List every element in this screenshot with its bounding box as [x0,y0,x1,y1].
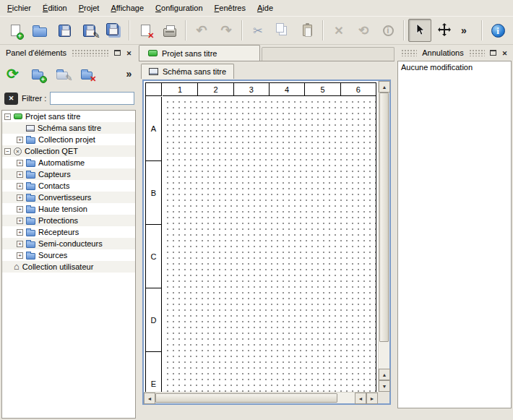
tree-item-projet-sans-titre[interactable]: Projet sans titre [2,111,135,122]
delete-element-button[interactable] [75,63,98,85]
element-info-button[interactable] [376,19,400,42]
undo-panel-titlebar[interactable]: Annulations [397,46,512,59]
elements-panel: Panel d'éléments Filtrer : [0,45,137,420]
horizontal-scrollbar[interactable] [144,392,378,403]
menu-aide[interactable]: Aide [251,1,279,15]
scroll-right-button[interactable] [366,393,378,404]
expander-icon[interactable] [17,206,23,213]
project-icon [14,113,22,119]
schema-tabbar: Schéma sans titre [141,63,393,79]
print-button[interactable] [158,19,181,42]
element-info-icon [383,25,394,36]
menu-edition[interactable]: Édition [37,1,73,15]
menu-configuration[interactable]: Configuration [150,1,208,15]
dot-grid[interactable] [163,97,376,392]
scroll-left-button[interactable] [355,393,366,404]
expander-icon[interactable] [4,148,11,155]
tree-item-contacts[interactable]: Contacts [2,180,135,192]
tree-item-collection-qet[interactable]: Collection QET [2,145,135,157]
column-headers: 1 2 3 4 5 6 [163,83,376,96]
cut-button[interactable] [246,19,270,42]
expander-icon[interactable] [17,229,23,236]
paste-button[interactable] [296,19,319,42]
about-qet-button[interactable] [486,19,509,42]
tree-item-label: Capteurs [38,170,71,179]
float-panel-button[interactable] [112,48,123,58]
expander-icon[interactable] [17,160,23,166]
scroll-up-button[interactable] [379,369,390,380]
scroll-up-button[interactable] [379,81,390,93]
tree-item-protections[interactable]: Protections [2,215,135,226]
tree-item-convertisseurs[interactable]: Convertisseurs [2,192,135,203]
tree-item-collection-projet[interactable]: Collection projet [2,134,135,145]
tree-item-schema-sans-titre[interactable]: Schéma sans titre [2,122,135,134]
rotate-button[interactable] [352,19,375,42]
select-mode-button[interactable] [408,19,431,42]
horizontal-scroll-thumb[interactable] [155,393,337,403]
expander-icon[interactable] [17,194,23,201]
delete-button[interactable] [327,19,350,42]
elements-panel-toolbar [1,61,136,87]
row-headers: A B C D E [146,97,162,392]
tree-item-label: Sources [38,251,67,260]
expander-icon[interactable] [17,171,23,178]
tree-item-sources[interactable]: Sources [2,249,135,261]
menu-fenetres[interactable]: Fenêtres [209,1,251,15]
new-file-button[interactable] [4,19,27,42]
tree-item-collection-utilisateur[interactable]: Collection utilisateur [2,261,135,273]
diagram-canvas[interactable]: 1 2 3 4 5 6 A B C D E [144,81,378,392]
expander-icon[interactable] [17,241,23,247]
close-panel-button[interactable] [124,48,134,58]
save-as-button[interactable] [77,19,100,42]
copy-button[interactable] [271,19,294,42]
tree-item-haute-tension[interactable]: Haute tension [2,203,135,215]
close-panel-button[interactable] [499,48,510,58]
tree-item-semi-conducteurs[interactable]: Semi-conducteurs [2,238,135,249]
toolbar-separator [241,20,243,40]
edit-element-button[interactable] [51,63,73,85]
expander-icon[interactable] [17,252,23,259]
save-icon [59,25,71,37]
float-panel-button[interactable] [488,48,499,58]
tree-item-capteurs[interactable]: Capteurs [2,168,135,180]
save-button[interactable] [53,19,76,42]
toolbar-overflow-button[interactable] [457,19,470,42]
menu-fichier[interactable]: Fichier [1,1,37,15]
filter-input[interactable] [50,92,134,105]
expander-icon[interactable] [4,113,11,120]
new-element-button[interactable] [26,63,48,85]
folder-icon [26,137,35,144]
tab-projet-sans-titre[interactable]: Projet sans titre [139,45,260,61]
scrollbar-corner [378,392,389,403]
scroll-left-button[interactable] [144,393,155,404]
tab-schema-sans-titre[interactable]: Schéma sans titre [141,64,234,79]
menu-projet[interactable]: Projet [73,1,105,15]
scroll-down-button[interactable] [379,380,390,392]
vertical-scroll-thumb[interactable] [379,93,389,342]
delete-icon [334,24,343,38]
float-icon [114,50,121,56]
vertical-scrollbar[interactable] [378,81,389,392]
panel-toolbar-overflow-button[interactable] [124,68,134,80]
redo-button[interactable] [215,19,238,42]
main-toolbar [0,16,513,45]
undo-history-list: Aucune modification [397,61,512,408]
redo-icon [220,22,231,38]
clear-filter-button[interactable] [4,93,18,105]
elements-panel-titlebar[interactable]: Panel d'éléments [1,46,136,59]
open-file-button[interactable] [28,19,51,42]
menu-affichage[interactable]: Affichage [105,1,150,15]
save-all-button[interactable] [102,19,125,42]
row-header: B [146,160,161,224]
expander-icon[interactable] [17,183,23,189]
undo-button[interactable] [190,19,213,42]
tree-item-recepteurs[interactable]: Récepteurs [2,226,135,238]
undo-panel-title: Annulations [419,48,467,57]
pan-mode-button[interactable] [433,19,456,42]
expander-icon[interactable] [17,218,23,224]
close-file-button[interactable] [134,19,157,42]
undo-list-item[interactable]: Aucune modification [398,61,511,73]
tree-item-automatisme[interactable]: Automatisme [2,157,135,168]
expander-icon[interactable] [17,137,23,143]
reload-collections-button[interactable] [1,63,24,85]
